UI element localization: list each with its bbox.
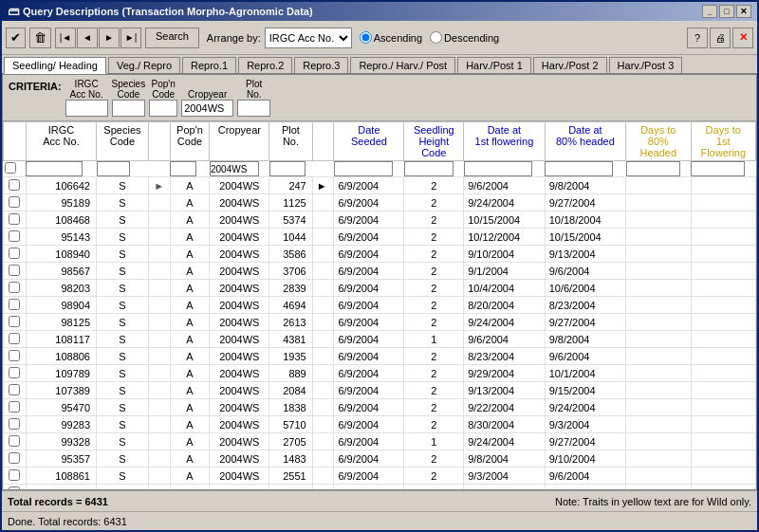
cell-species: S: [97, 399, 149, 416]
row-checkbox[interactable]: [9, 265, 20, 276]
table-row[interactable]: 106642 S ► A 2004WS 247 ► 6/9/2004 2 9/6…: [4, 177, 756, 194]
table-row[interactable]: 108940 S A 2004WS 3586 6/9/2004 2 9/10/2…: [4, 246, 756, 263]
nav-prev-button[interactable]: ◄: [77, 28, 98, 48]
row-checkbox[interactable]: [9, 299, 20, 310]
cell-crop: 2004WS: [210, 314, 269, 331]
checkmark-button[interactable]: ✔: [6, 28, 26, 48]
table-row[interactable]: 98567 S A 2004WS 3706 6/9/2004 2 9/1/200…: [4, 263, 756, 280]
row-checkbox[interactable]: [9, 367, 20, 378]
table-row[interactable]: 109789 S A 2004WS 889 6/9/2004 2 9/29/20…: [4, 365, 756, 382]
filter-date-seeded[interactable]: [334, 161, 393, 176]
table-row[interactable]: 99283 S A 2004WS 5710 6/9/2004 2 8/30/20…: [4, 416, 756, 433]
nav-next-button[interactable]: ►: [99, 28, 120, 48]
cell-date-1st: 9/24/2004: [464, 194, 545, 211]
filter-crop[interactable]: [210, 161, 259, 176]
cell-days-1st: [691, 314, 755, 331]
row-checkbox[interactable]: [9, 452, 20, 464]
row-checkbox[interactable]: [9, 350, 20, 361]
filter-species[interactable]: [97, 161, 130, 176]
row-checkbox[interactable]: [9, 179, 20, 191]
row-checkbox[interactable]: [9, 384, 20, 395]
cell-date-1st: 9/22/2004: [464, 399, 545, 416]
tab-harv-post1[interactable]: Harv./Post 1: [457, 57, 531, 73]
nav-first-button[interactable]: |◄: [55, 28, 76, 48]
tab-repro3[interactable]: Repro.3: [294, 57, 348, 73]
cell-date-1st: 10/12/2004: [464, 229, 545, 246]
tab-repro1[interactable]: Repro.1: [182, 57, 236, 73]
row-checkbox[interactable]: [9, 486, 20, 490]
row-checkbox[interactable]: [9, 401, 20, 413]
cell-days-80: [626, 211, 691, 229]
ascending-radio-label[interactable]: Ascending: [360, 31, 422, 44]
tab-repro2[interactable]: Repro.2: [238, 57, 292, 73]
row-checkbox[interactable]: [9, 282, 20, 293]
table-row[interactable]: 98203 S A 2004WS 2839 6/9/2004 2 10/4/20…: [4, 280, 756, 297]
nav-last-button[interactable]: ►|: [120, 28, 141, 48]
irgc-input[interactable]: [65, 100, 108, 117]
filter-days80[interactable]: [626, 161, 680, 176]
filter-plot[interactable]: [269, 161, 305, 176]
filter-date1st[interactable]: [464, 161, 532, 176]
table-row[interactable]: 108861 S A 2004WS 2551 6/9/2004 2 9/3/20…: [4, 468, 756, 485]
table-row[interactable]: 98904 S A 2004WS 4694 6/9/2004 2 8/20/20…: [4, 297, 756, 314]
row-checkbox[interactable]: [9, 469, 20, 481]
table-row[interactable]: 107389 S A 2004WS 2084 6/9/2004 2 9/13/2…: [4, 382, 756, 399]
cell-row-marker: [148, 485, 170, 490]
close-button[interactable]: ✕: [736, 5, 751, 18]
arrange-select[interactable]: IRGC Acc No. Species Code Pop'n Code Cro…: [265, 28, 352, 48]
table-container[interactable]: IRGCAcc No. SpeciesCode Pop'nCode Cropye…: [3, 121, 756, 489]
table-row[interactable]: 95189 S A 2004WS 1125 6/9/2004 2 9/24/20…: [4, 194, 756, 211]
popn-input[interactable]: [149, 100, 177, 117]
filter-irgc[interactable]: [26, 161, 83, 176]
table-row[interactable]: 108658 S A 2004WS 619 6/9/2004 2 9/17/20…: [4, 485, 756, 490]
table-row[interactable]: 99328 S A 2004WS 2705 6/9/2004 1 9/24/20…: [4, 433, 756, 450]
crop-label2: Cropyear: [181, 89, 233, 100]
ascending-radio[interactable]: [360, 31, 372, 44]
tab-seedling-heading[interactable]: Seedling/ Heading: [4, 57, 106, 74]
cell-date-seeded: 6/9/2004: [334, 314, 404, 331]
descending-radio-label[interactable]: Descending: [430, 31, 499, 44]
tab-harv-post2[interactable]: Harv./Post 2: [533, 57, 607, 73]
tab-harv-post3[interactable]: Harv./Post 3: [609, 57, 683, 73]
cell-popn: A: [170, 177, 210, 194]
cell-date-seeded: 6/9/2004: [334, 382, 404, 399]
table-row[interactable]: 108806 S A 2004WS 1935 6/9/2004 2 8/23/2…: [4, 348, 756, 365]
row-checkbox[interactable]: [9, 248, 20, 259]
row-checkbox[interactable]: [9, 435, 20, 447]
table-row[interactable]: 108117 S A 2004WS 4381 6/9/2004 1 9/6/20…: [4, 331, 756, 348]
descending-radio[interactable]: [430, 31, 442, 44]
cell-date-1st: 9/17/2004: [464, 485, 545, 490]
cell-plot: 619: [269, 485, 313, 490]
row-checkbox[interactable]: [9, 213, 20, 225]
crop-input[interactable]: [181, 100, 233, 117]
minimize-button[interactable]: _: [702, 5, 717, 18]
filter-date80[interactable]: [545, 161, 613, 176]
table-row[interactable]: 95143 S A 2004WS 1044 6/9/2004 2 10/12/2…: [4, 229, 756, 246]
tab-repro-harv-post[interactable]: Repro./ Harv./ Post: [350, 57, 455, 73]
filter-days1st[interactable]: [691, 161, 745, 176]
row-checkbox[interactable]: [9, 196, 20, 208]
help-button[interactable]: ?: [687, 28, 708, 48]
table-row[interactable]: 95357 S A 2004WS 1483 6/9/2004 2 9/8/200…: [4, 450, 756, 468]
row-checkbox[interactable]: [9, 230, 20, 242]
cell-date-seeded: 6/9/2004: [334, 416, 404, 433]
row-checkbox[interactable]: [9, 333, 20, 344]
table-row[interactable]: 98125 S A 2004WS 2613 6/9/2004 2 9/24/20…: [4, 314, 756, 331]
row-checkbox[interactable]: [9, 316, 20, 327]
close-icon-button[interactable]: ✕: [732, 28, 753, 48]
search-button[interactable]: Search: [145, 28, 199, 48]
plot-input[interactable]: [237, 100, 270, 117]
filter-height[interactable]: [404, 161, 454, 176]
table-row[interactable]: 108468 S A 2004WS 5374 6/9/2004 2 10/15/…: [4, 211, 756, 229]
tab-veg-repro[interactable]: Veg./ Repro: [108, 57, 180, 73]
maximize-button[interactable]: □: [719, 5, 734, 18]
species-input[interactable]: [112, 100, 145, 117]
cell-height: 2: [404, 382, 464, 399]
table-row[interactable]: 95470 S A 2004WS 1838 6/9/2004 2 9/22/20…: [4, 399, 756, 416]
print-button[interactable]: 🖨: [710, 28, 731, 48]
filter-popn[interactable]: [170, 161, 196, 176]
delete-button[interactable]: 🗑: [29, 28, 51, 48]
row-checkbox[interactable]: [9, 418, 20, 430]
filter-check[interactable]: [5, 162, 16, 174]
cell-popn: A: [170, 194, 210, 211]
